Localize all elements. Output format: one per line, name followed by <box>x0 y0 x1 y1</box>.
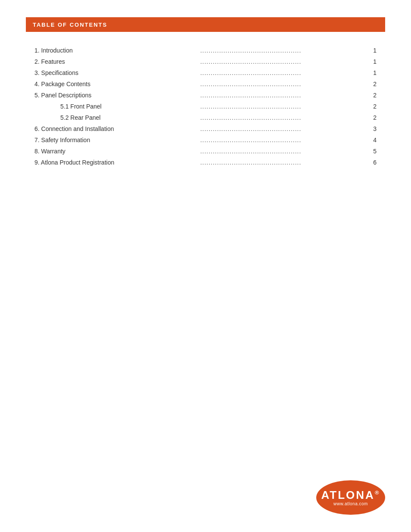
logo-brand-text: ATLONA® <box>321 489 380 501</box>
logo-brand: ATLONA <box>321 488 375 501</box>
toc-page-panel-desc: 2 <box>364 92 377 99</box>
toc-dots-panel-desc: ........................................… <box>138 92 364 99</box>
toc-entry-specs[interactable]: 3. Specifications.......................… <box>26 67 385 78</box>
toc-entry-panel-desc[interactable]: 5. Panel Descriptions...................… <box>26 90 385 101</box>
toc-page-rear-panel: 2 <box>364 114 377 121</box>
logo-registered: ® <box>375 489 380 496</box>
toc-entry-package[interactable]: 4. Package Contents.....................… <box>26 78 385 90</box>
toc-header-title: TABLE OF CONTENTS <box>33 22 107 28</box>
toc-dots-registration: ........................................… <box>138 159 364 166</box>
toc-dots-intro: ........................................… <box>138 47 364 54</box>
toc-label-intro: 1. Introduction <box>34 47 138 54</box>
toc-label-registration: 9. Atlona Product Registration <box>34 159 138 166</box>
toc-page-specs: 1 <box>364 69 377 76</box>
logo-circle: ATLONA® www.atlona.com <box>316 480 385 515</box>
toc-dots-rear-panel: ........................................… <box>138 114 364 121</box>
atlona-logo: ATLONA® www.atlona.com <box>316 480 385 515</box>
toc-label-features: 2. Features <box>34 58 138 65</box>
toc-entry-rear-panel[interactable]: 5.2 Rear Panel..........................… <box>26 112 385 123</box>
toc-entry-intro[interactable]: 1. Introduction.........................… <box>26 45 385 56</box>
toc-page-connection: 3 <box>364 125 377 132</box>
toc-dots-package: ........................................… <box>138 81 364 87</box>
toc-page-warranty: 5 <box>364 148 377 155</box>
toc-entry-warranty[interactable]: 8. Warranty.............................… <box>26 146 385 157</box>
toc-label-package: 4. Package Contents <box>34 81 138 87</box>
toc-list: 1. Introduction.........................… <box>26 45 385 168</box>
toc-header: TABLE OF CONTENTS <box>26 17 385 32</box>
toc-dots-warranty: ........................................… <box>138 148 364 155</box>
logo-url: www.atlona.com <box>333 501 368 506</box>
toc-dots-connection: ........................................… <box>138 125 364 132</box>
toc-page-safety: 4 <box>364 137 377 143</box>
toc-label-warranty: 8. Warranty <box>34 148 138 155</box>
toc-dots-specs: ........................................… <box>138 69 364 76</box>
toc-entry-connection[interactable]: 6. Connection and Installation..........… <box>26 123 385 134</box>
toc-label-specs: 3. Specifications <box>34 69 138 76</box>
toc-page-front-panel: 2 <box>364 103 377 110</box>
toc-entry-registration[interactable]: 9. Atlona Product Registration..........… <box>26 157 385 168</box>
page-container: TABLE OF CONTENTS 1. Introduction.......… <box>0 0 411 532</box>
toc-entry-front-panel[interactable]: 5.1 Front Panel.........................… <box>26 101 385 112</box>
toc-entry-features[interactable]: 2. Features.............................… <box>26 56 385 67</box>
toc-label-safety: 7. Safety Information <box>34 137 138 143</box>
toc-page-intro: 1 <box>364 47 377 54</box>
toc-label-connection: 6. Connection and Installation <box>34 125 138 132</box>
toc-dots-features: ........................................… <box>138 58 364 65</box>
toc-dots-front-panel: ........................................… <box>138 103 364 110</box>
toc-dots-safety: ........................................… <box>138 137 364 143</box>
toc-entry-safety[interactable]: 7. Safety Information...................… <box>26 134 385 146</box>
toc-page-features: 1 <box>364 58 377 65</box>
toc-label-rear-panel: 5.2 Rear Panel <box>34 114 138 121</box>
toc-label-panel-desc: 5. Panel Descriptions <box>34 92 138 99</box>
toc-label-front-panel: 5.1 Front Panel <box>34 103 138 110</box>
toc-page-registration: 6 <box>364 159 377 166</box>
toc-page-package: 2 <box>364 81 377 87</box>
